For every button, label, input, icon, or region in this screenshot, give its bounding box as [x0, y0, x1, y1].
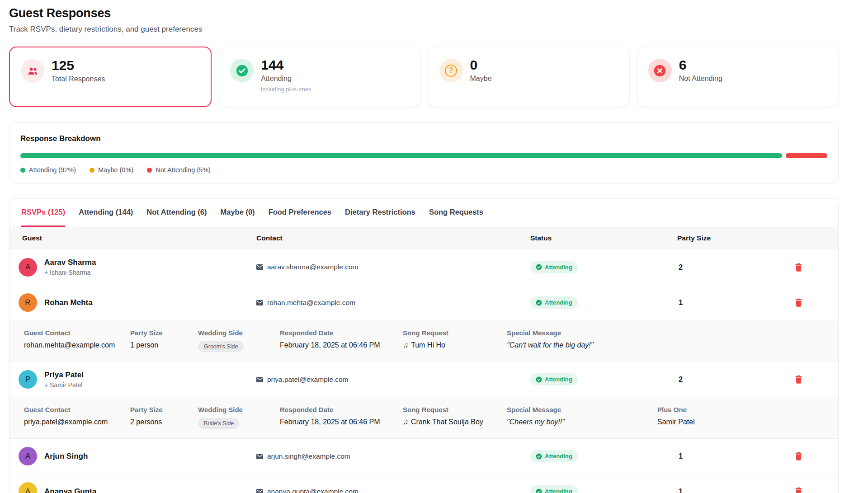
guest-name: Aarav Sharma	[44, 258, 96, 267]
delete-guest-button[interactable]	[793, 450, 804, 462]
detail-label-party-size: Party Size	[130, 329, 198, 337]
response-breakdown-card: Response Breakdown Attending (92%) Maybe…	[9, 122, 839, 184]
check-circle-icon	[230, 59, 254, 82]
maybe-label: Maybe	[470, 75, 492, 83]
not-attending-label: Not Attending	[679, 75, 722, 83]
tab-bar: RSVPs (125) Attending (144) Not Attendin…	[9, 199, 838, 227]
email-icon	[256, 489, 263, 493]
stat-cards: 125 Total Responses 144 Attending includ…	[9, 47, 839, 107]
status-badge: Attending	[530, 450, 578, 462]
guest-email: arjun.singh@example.com	[267, 452, 350, 460]
page-title: Guest Responses	[9, 6, 839, 20]
detail-label-responded-date: Responded Date	[280, 406, 403, 413]
column-header-party-size: Party Size	[677, 234, 785, 242]
guest-name: Rohan Mehta	[44, 298, 93, 307]
attending-value: 144	[261, 58, 311, 72]
music-note-icon: ♫	[403, 341, 408, 349]
detail-label-party-size: Party Size	[130, 406, 198, 413]
response-breakdown-legend: Attending (92%) Maybe (0%) Not Attending…	[20, 166, 827, 174]
guest-email: aarav.sharma@example.com	[267, 263, 359, 271]
people-icon	[21, 59, 44, 83]
detail-guest-contact: priya.patel@example.com	[24, 418, 130, 426]
badge-check-icon	[536, 453, 542, 460]
detail-song-request: Tum Hi Ho	[411, 341, 445, 349]
avatar: R	[19, 293, 37, 312]
guest-table-card: RSVPs (125) Attending (144) Not Attendin…	[9, 198, 839, 493]
guest-detail-row: Guest Contact priya.patel@example.com Pa…	[9, 397, 838, 438]
detail-party-size: 2 persons	[130, 418, 198, 426]
table-row[interactable]: A Aarav Sharma + Ishani Sharma aarav.sha…	[9, 249, 838, 285]
wedding-side-badge: Groom's Side	[198, 341, 244, 352]
detail-responded-date: February 18, 2025 at 06:46 PM	[280, 341, 403, 349]
attending-label: Attending	[261, 75, 311, 83]
table-header-row: Guest Contact Status Party Size	[9, 227, 838, 249]
avatar: A	[19, 258, 37, 277]
legend-item-attending: Attending (92%)	[20, 166, 76, 174]
avatar: A	[19, 447, 37, 465]
detail-label-wedding-side: Wedding Side	[198, 406, 280, 413]
stat-card-total-responses[interactable]: 125 Total Responses	[9, 47, 212, 107]
stat-card-attending[interactable]: 144 Attending including plus-ones	[219, 47, 420, 107]
detail-song-request: Crank That Soulja Boy	[411, 418, 483, 426]
detail-party-size: 1 person	[130, 341, 198, 349]
wedding-side-badge: Bride's Side	[198, 418, 240, 429]
tab-dietary-restrictions[interactable]: Dietary Restrictions	[345, 199, 415, 227]
delete-guest-button[interactable]	[793, 261, 804, 273]
total-responses-value: 125	[52, 58, 105, 73]
party-size-value: 2	[677, 375, 785, 384]
detail-label-wedding-side: Wedding Side	[198, 329, 280, 337]
legend-dot-maybe	[90, 168, 94, 173]
tab-attending[interactable]: Attending (144)	[79, 199, 133, 227]
badge-check-icon	[536, 300, 542, 306]
tab-not-attending[interactable]: Not Attending (6)	[146, 199, 207, 227]
delete-guest-button[interactable]	[793, 485, 804, 493]
stat-card-maybe[interactable]: ? 0 Maybe	[428, 47, 630, 107]
table-row[interactable]: R Rohan Mehta rohan.mehta@example.com At…	[9, 285, 838, 320]
trash-icon	[795, 452, 802, 460]
guest-email: ananya.gupta@example.com	[267, 488, 359, 493]
email-icon	[256, 300, 263, 305]
email-icon	[256, 377, 263, 382]
legend-dot-attending	[20, 168, 25, 173]
legend-dot-not-attending	[147, 168, 152, 173]
guest-plus-one: + Samir Patel	[44, 381, 84, 389]
trash-icon	[795, 298, 802, 307]
total-responses-label: Total Responses	[52, 75, 105, 83]
table-row[interactable]: A Arjun Singh arjun.singh@example.com At…	[9, 438, 838, 474]
legend-item-not-attending: Not Attending (5%)	[147, 166, 211, 174]
question-circle-icon: ?	[439, 59, 463, 82]
trash-icon	[795, 487, 802, 493]
x-circle-icon	[648, 59, 672, 82]
status-badge: Attending	[530, 261, 578, 273]
response-breakdown-title: Response Breakdown	[20, 134, 827, 143]
table-row[interactable]: P Priya Patel + Samir Patel priya.patel@…	[9, 362, 838, 397]
detail-plus-one: Samir Patel	[657, 418, 838, 426]
column-header-contact: Contact	[256, 234, 530, 242]
badge-check-icon	[536, 376, 542, 383]
detail-label-guest-contact: Guest Contact	[24, 329, 130, 337]
detail-special-message: "Cheers my boy!!"	[507, 418, 657, 426]
delete-guest-button[interactable]	[793, 373, 804, 385]
guest-name: Arjun Singh	[44, 452, 88, 461]
guest-responses-page: Guest Responses Track RSVPs, dietary res…	[9, 0, 839, 493]
party-size-value: 2	[677, 263, 785, 272]
stat-card-not-attending[interactable]: 6 Not Attending	[637, 47, 839, 107]
attending-sublabel: including plus-ones	[261, 86, 311, 93]
tab-maybe[interactable]: Maybe (0)	[221, 199, 255, 227]
guest-name: Priya Patel	[44, 371, 84, 380]
table-row[interactable]: A Ananya Gupta ananya.gupta@example.com …	[9, 474, 838, 493]
party-size-value: 1	[677, 298, 785, 307]
response-breakdown-bar	[20, 153, 827, 158]
tab-food-preferences[interactable]: Food Preferences	[269, 199, 331, 227]
detail-label-special-message: Special Message	[507, 406, 657, 413]
party-size-value: 1	[677, 487, 785, 493]
tab-rsvps[interactable]: RSVPs (125)	[21, 199, 65, 227]
detail-label-guest-contact: Guest Contact	[24, 406, 130, 413]
column-header-guest: Guest	[9, 234, 256, 242]
status-badge: Attending	[530, 485, 578, 493]
email-icon	[256, 454, 263, 459]
status-badge: Attending	[530, 373, 578, 385]
tab-song-requests[interactable]: Song Requests	[429, 199, 483, 227]
guest-email: priya.patel@example.com	[267, 376, 348, 384]
delete-guest-button[interactable]	[793, 296, 804, 309]
